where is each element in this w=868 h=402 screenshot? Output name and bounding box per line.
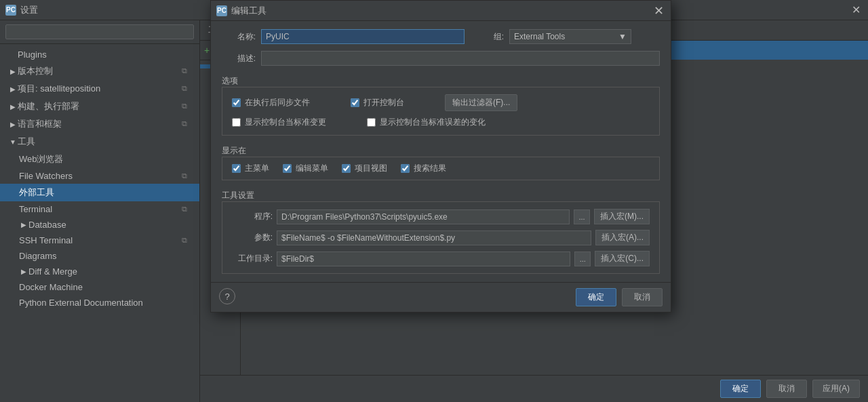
workdir-label: 工作目录: (232, 253, 273, 264)
project-view-label: 项目视图 (355, 163, 387, 174)
dropdown-arrow-icon: ▼ (618, 32, 627, 41)
copy-icon: ⧉ (182, 172, 191, 181)
sidebar-item-database[interactable]: ▶ Database (0, 217, 199, 233)
sidebar-item-version-control[interactable]: ▶ 版本控制 ⧉ (0, 62, 199, 80)
show-stdout-label: 显示控制台当标准变更 (245, 117, 326, 128)
sidebar-item-ssh-terminal[interactable]: SSH Terminal ⧉ (0, 233, 199, 248)
group-select[interactable]: External Tools ▼ (509, 29, 631, 44)
params-macro-button[interactable]: 插入宏(A)... (595, 230, 650, 245)
open-console-label: 打开控制台 (363, 97, 404, 108)
sidebar-item-docker-machine[interactable]: Docker Machine (0, 279, 199, 295)
options-section-title: 选项 (222, 75, 660, 87)
sidebar-item-label: 版本控制 (18, 65, 179, 77)
sidebar-item-file-watchers[interactable]: File Watchers ⧉ (0, 168, 199, 184)
search-box (0, 20, 199, 44)
program-macro-button[interactable]: 插入宏(M)... (594, 209, 650, 224)
settings-close-button[interactable]: ✕ (849, 3, 863, 17)
program-label: 程序: (232, 211, 273, 222)
program-browse-button[interactable]: ... (574, 209, 590, 224)
sidebar-item-build[interactable]: ▶ 构建、执行部署 ⧉ (0, 98, 199, 115)
sidebar-item-label: 工具 (18, 136, 191, 148)
sidebar-item-tools[interactable]: ▼ 工具 (0, 133, 199, 150)
copy-icon: ⧉ (182, 236, 191, 245)
name-label: 名称: (222, 31, 256, 43)
tool-settings-title: 工具设置 (222, 190, 660, 201)
dialog-cancel-button[interactable]: 取消 (622, 288, 663, 306)
sidebar-item-label: Docker Machine (19, 282, 191, 292)
sidebar-list: Plugins ▶ 版本控制 ⧉ ▶ 项目: satelliteposition… (0, 44, 199, 402)
workdir-macro-button[interactable]: 插入宏(C)... (595, 251, 650, 266)
dialog-titlebar: PC 编辑工具 ✕ (211, 1, 671, 21)
settings-cancel-button[interactable]: 取消 (766, 380, 807, 398)
sidebar-item-external-tools[interactable]: 外部工具 (0, 184, 199, 201)
sidebar-item-label: Web浏览器 (19, 153, 191, 165)
sidebar-item-label: 语言和框架 (18, 118, 179, 130)
open-console-checkbox[interactable]: 打开控制台 (351, 97, 404, 108)
name-input[interactable] (261, 29, 465, 44)
sidebar: Plugins ▶ 版本控制 ⧉ ▶ 项目: satelliteposition… (0, 20, 200, 402)
show-stderr-checkbox[interactable]: 显示控制台当标准误差的变化 (367, 117, 486, 128)
main-menu-label: 主菜单 (245, 163, 269, 174)
copy-icon: ⧉ (182, 205, 191, 214)
show-stderr-label: 显示控制台当标准误差的变化 (380, 117, 486, 128)
options-row-1: 在执行后同步文件 打开控制台 输出过滤器(F)... (232, 94, 650, 111)
desc-row: 描述: (222, 51, 660, 66)
options-section-wrapper: 选项 在执行后同步文件 打开控制台 输出过滤器(F)... (222, 73, 660, 136)
sidebar-item-plugins[interactable]: Plugins (0, 47, 199, 62)
sidebar-item-label: Diff & Merge (28, 266, 191, 277)
settings-apply-button[interactable]: 应用(A) (812, 380, 860, 398)
show-in-section: 主菜单 编辑菜单 项目视图 搜索结果 (222, 157, 660, 180)
settings-title-icon: PC (5, 5, 16, 16)
output-filter-button[interactable]: 输出过滤器(F)... (445, 94, 517, 111)
sidebar-item-project[interactable]: ▶ 项目: satelliteposition ⧉ (0, 80, 199, 98)
name-group-row: 名称: 组: External Tools ▼ (222, 29, 660, 44)
sidebar-item-label: 项目: satelliteposition (18, 83, 179, 95)
options-section: 在执行后同步文件 打开控制台 输出过滤器(F)... 显示控制台当标准变更 (222, 87, 660, 136)
sidebar-item-terminal[interactable]: Terminal ⧉ (0, 201, 199, 217)
search-input[interactable] (5, 24, 194, 39)
desc-input[interactable] (261, 51, 660, 66)
program-row: 程序: ... 插入宏(M)... (232, 209, 650, 224)
workdir-input[interactable] (277, 252, 570, 266)
sidebar-item-label: Plugins (18, 49, 191, 60)
arrow-icon: ▶ (8, 121, 18, 128)
sync-after-checkbox[interactable]: 在执行后同步文件 (232, 97, 310, 108)
settings-ok-button[interactable]: 确定 (720, 380, 761, 398)
arrow-icon: ▶ (19, 221, 28, 228)
dialog-title-icon: PC (216, 5, 227, 16)
program-input[interactable] (277, 209, 570, 224)
dialog-ok-button[interactable]: 确定 (576, 288, 616, 306)
workdir-browse-button[interactable]: ... (574, 252, 591, 266)
params-row: 参数: 插入宏(A)... (232, 230, 650, 245)
copy-icon: ⧉ (182, 66, 191, 76)
main-menu-checkbox[interactable]: 主菜单 (232, 163, 269, 174)
editor-menu-checkbox[interactable]: 编辑菜单 (283, 163, 328, 174)
copy-icon: ⧉ (182, 102, 191, 111)
editor-menu-label: 编辑菜单 (296, 163, 328, 174)
params-input[interactable] (277, 230, 591, 245)
options-row-2: 显示控制台当标准变更 显示控制台当标准误差的变化 (232, 117, 650, 128)
editor-dialog: PC 编辑工具 ✕ 名称: 组: External Tools ▼ 描述: (210, 0, 671, 313)
sidebar-item-label: 构建、执行部署 (18, 100, 179, 113)
dialog-close-button[interactable]: ✕ (652, 4, 665, 18)
dialog-footer: ? 确定 取消 (211, 282, 671, 312)
group-label: 组: (470, 31, 504, 43)
sidebar-item-label: SSH Terminal (19, 235, 179, 245)
sidebar-item-web-browser[interactable]: Web浏览器 (0, 150, 199, 168)
settings-title: 设置 (20, 4, 38, 16)
sidebar-item-diff-merge[interactable]: ▶ Diff & Merge (0, 264, 199, 279)
sidebar-item-label: 外部工具 (19, 186, 191, 199)
show-in-title: 显示在 (222, 145, 660, 157)
search-results-checkbox[interactable]: 搜索结果 (401, 163, 446, 174)
params-label: 参数: (232, 232, 273, 243)
sidebar-item-python-ext-doc[interactable]: Python External Documentation (0, 295, 199, 310)
tool-settings-wrapper: 工具设置 程序: ... 插入宏(M)... 参数: 插入宏(A)... (222, 187, 660, 274)
project-view-checkbox[interactable]: 项目视图 (342, 163, 387, 174)
settings-footer: 确定 取消 应用(A) (200, 375, 868, 402)
sidebar-item-diagrams[interactable]: Diagrams (0, 248, 199, 264)
sidebar-item-lang[interactable]: ▶ 语言和框架 ⧉ (0, 115, 199, 133)
show-stdout-checkbox[interactable]: 显示控制台当标准变更 (232, 117, 326, 128)
help-button[interactable]: ? (219, 288, 235, 304)
add-tool-button[interactable]: + (204, 43, 210, 57)
sidebar-item-label: Database (28, 220, 191, 230)
